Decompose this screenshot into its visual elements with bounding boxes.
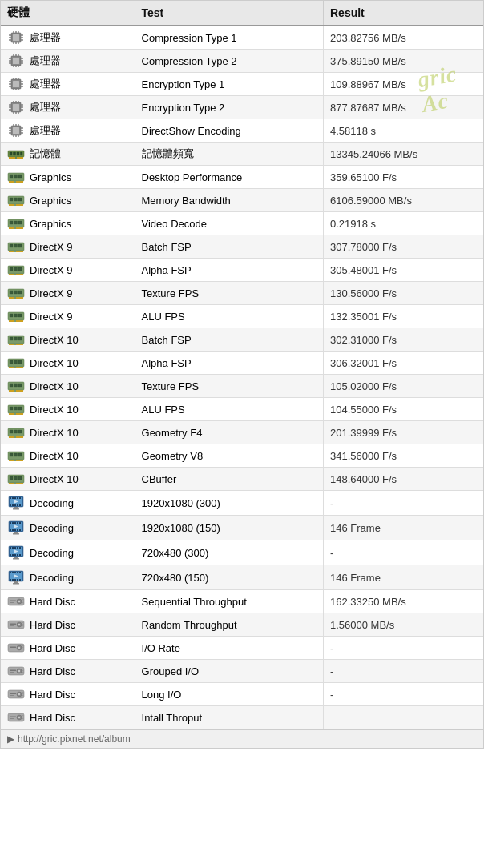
category-cell: DirectX 9 <box>1 235 135 259</box>
svg-rect-236 <box>22 625 24 626</box>
svg-rect-29 <box>13 81 19 87</box>
table-row: GraphicsVideo Decode0.21918 s <box>1 212 483 235</box>
svg-rect-252 <box>22 672 24 673</box>
result-cell: 13345.24066 MB/s <box>324 143 484 166</box>
svg-rect-181 <box>17 522 18 524</box>
table-body: 處理器Compression Type 1203.82756 MB/s 處理器C… <box>1 26 483 729</box>
category-cell: 記憶體 <box>1 143 135 166</box>
svg-rect-251 <box>22 670 24 671</box>
svg-rect-140 <box>18 407 22 410</box>
svg-rect-265 <box>10 718 14 719</box>
svg-rect-258 <box>22 692 24 693</box>
category-cell: DirectX 10 <box>1 398 135 421</box>
icon-cpu <box>7 123 25 138</box>
test-cell: Encryption Type 2 <box>135 96 323 119</box>
svg-point-247 <box>18 670 20 672</box>
test-cell: Texture FPS <box>135 375 323 398</box>
col-header-hardware: 硬體 <box>1 1 135 26</box>
category-cell: 處理器 <box>1 26 135 50</box>
category-cell: Decoding <box>1 565 135 590</box>
svg-rect-169 <box>12 504 14 506</box>
benchmark-table-wrapper: gricAc 硬體 Test Result <box>1 1 483 729</box>
svg-rect-197 <box>19 547 21 549</box>
svg-rect-205 <box>13 558 19 560</box>
result-cell: 341.56000 F/s <box>324 444 484 468</box>
table-row: Hard DiscI/O Rate- <box>1 637 483 660</box>
svg-rect-186 <box>17 529 18 531</box>
svg-rect-126 <box>10 360 13 364</box>
table-row: DirectX 10Batch FSP302.31000 F/s <box>1 328 483 352</box>
category-cell: DirectX 10 <box>1 421 135 444</box>
svg-rect-118 <box>14 320 16 322</box>
icon-cpu <box>7 30 25 45</box>
result-cell: - <box>324 637 484 660</box>
svg-rect-190 <box>13 533 19 535</box>
svg-rect-92 <box>18 221 22 224</box>
svg-rect-133 <box>14 384 18 387</box>
svg-rect-110 <box>18 291 22 294</box>
category-cell: 處理器 <box>1 73 135 96</box>
category-label: Hard Disc <box>30 619 75 631</box>
svg-rect-242 <box>22 645 24 646</box>
icon-decode <box>7 495 25 511</box>
svg-rect-79 <box>14 175 18 178</box>
category-label: 記憶體 <box>30 147 61 161</box>
col-header-result: Result <box>324 1 484 26</box>
test-cell: Geometry V8 <box>135 444 323 468</box>
table-row: DirectX 10Alpha FSP306.32001 F/s <box>1 352 483 375</box>
category-cell: DirectX 9 <box>1 282 135 305</box>
category-label: 處理器 <box>30 100 61 115</box>
icon-gpu <box>7 332 25 347</box>
category-label: 處理器 <box>30 30 61 45</box>
result-cell: 305.48001 F/s <box>324 259 484 282</box>
category-cell: Hard Disc <box>1 637 135 660</box>
category-label: Hard Disc <box>30 642 75 654</box>
table-row: DirectX 10CBuffer148.64000 F/s <box>1 468 483 491</box>
table-row: 處理器Encryption Type 2877.87687 MB/s <box>1 96 483 119</box>
icon-gpu <box>7 309 25 323</box>
test-cell: Compression Type 1 <box>135 26 323 50</box>
table-row: Hard DiscIntall Throput <box>1 706 483 729</box>
test-cell: Sequential Throughput <box>135 590 323 613</box>
svg-rect-212 <box>19 572 21 573</box>
icon-hdd <box>7 617 25 632</box>
result-cell: 146 Frame <box>324 565 484 590</box>
result-cell: 146 Frame <box>324 516 484 540</box>
test-cell: Long I/O <box>135 683 323 706</box>
svg-rect-195 <box>14 547 16 549</box>
test-cell: Video Decode <box>135 212 323 235</box>
category-cell: DirectX 10 <box>1 375 135 398</box>
test-cell: CBuffer <box>135 468 323 491</box>
svg-rect-228 <box>22 602 24 603</box>
svg-rect-134 <box>18 384 22 387</box>
table-row: GraphicsDesktop Performance359.65100 F/s <box>1 166 483 189</box>
svg-rect-85 <box>14 198 18 201</box>
svg-rect-167 <box>19 497 21 499</box>
svg-rect-72 <box>14 152 16 155</box>
result-cell: - <box>324 540 484 565</box>
icon-decode <box>7 569 25 585</box>
result-cell: 6106.59000 MB/s <box>324 189 484 212</box>
result-cell: 148.64000 F/s <box>324 468 484 491</box>
svg-rect-164 <box>12 497 14 499</box>
svg-rect-84 <box>10 198 13 201</box>
svg-point-223 <box>18 601 20 602</box>
table-row: Hard DiscRandom Throughput1.56000 MB/s <box>1 613 483 637</box>
svg-rect-220 <box>13 583 19 585</box>
category-label: Decoding <box>30 522 74 534</box>
result-cell: 375.89150 MB/s <box>324 50 484 73</box>
table-row: 處理器Compression Type 2375.89150 MB/s <box>1 50 483 73</box>
table-row: DirectX 10Texture FPS105.02000 F/s <box>1 375 483 398</box>
svg-rect-250 <box>22 669 24 669</box>
test-cell: 1920x1080 (300) <box>135 491 323 516</box>
test-cell: Memory Bandwidth <box>135 189 323 212</box>
svg-rect-145 <box>14 430 18 433</box>
svg-rect-102 <box>10 267 13 271</box>
result-cell: 1.56000 MB/s <box>324 613 484 637</box>
svg-rect-98 <box>18 244 22 247</box>
svg-rect-266 <box>22 715 24 716</box>
test-cell: Desktop Performance <box>135 166 323 189</box>
test-cell: 1920x1080 (150) <box>135 516 323 540</box>
svg-rect-109 <box>14 291 18 294</box>
svg-rect-88 <box>14 204 16 206</box>
